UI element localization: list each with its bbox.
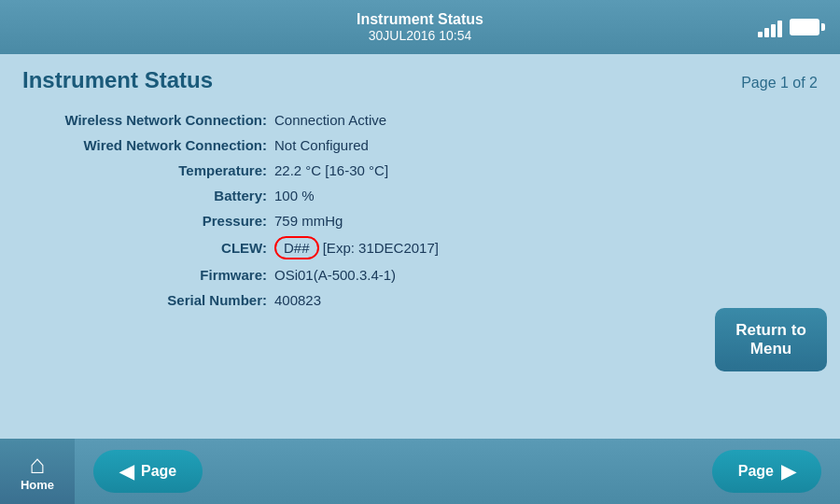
arrow-left-icon: ◀ [119,460,133,483]
header-center: Instrument Status 30JUL2016 10:54 [357,11,483,43]
signal-bar-3 [771,24,776,37]
row-label-temp: Temperature: [22,161,274,180]
home-label: Home [21,478,54,492]
page-header: Instrument Status Page 1 of 2 [22,67,818,93]
signal-bar-2 [764,28,769,37]
bottom-bar: ⌂ Home ◀ Page Page ▶ [0,439,840,504]
page-next-label: Page [738,463,774,480]
clew-highlighted-value: D## [274,236,319,259]
row-label-clew: CLEW: [22,238,274,258]
table-row: Pressure: 759 mmHg [22,211,657,231]
row-label-firmware: Firmware: [22,265,274,285]
signal-icon [758,17,782,37]
row-value-wired: Not Configured [274,135,369,155]
page-prev-button[interactable]: ◀ Page [93,450,203,493]
row-label-wired: Wired Network Connection: [22,135,274,155]
table-row: Temperature: 22.2 °C [16-30 °C] [22,161,657,180]
signal-bar-4 [777,21,782,37]
bottom-right-group: Page ▶ [712,450,840,493]
main-content: Instrument Status Page 1 of 2 Wireless N… [0,54,840,310]
clew-expiry: [Exp: 31DEC2017] [323,240,439,256]
return-to-menu-label: Return toMenu [735,321,806,359]
row-value-serial: 400823 [274,290,321,310]
home-icon: ⌂ [30,452,46,478]
header-date: 30JUL2016 10:54 [357,28,483,43]
page-prev-label: Page [141,463,176,480]
header-icons [758,17,825,37]
row-value-clew: D## [Exp: 31DEC2017] [274,236,439,259]
table-row-clew: CLEW: D## [Exp: 31DEC2017] [22,236,657,259]
return-to-menu-button[interactable]: Return toMenu [715,308,827,371]
status-table: Wireless Network Connection: Connection … [22,110,657,310]
battery-icon [790,19,825,35]
row-value-pressure: 759 mmHg [274,211,343,231]
arrow-right-icon: ▶ [781,460,795,483]
battery-body [790,19,819,35]
row-label-pressure: Pressure: [22,211,274,231]
header-title: Instrument Status [357,11,483,28]
table-row: Wired Network Connection: Not Configured [22,135,657,155]
table-row: Battery: 100 % [22,186,657,205]
home-button[interactable]: ⌂ Home [0,439,75,504]
row-label-wireless: Wireless Network Connection: [22,110,274,130]
row-value-firmware: OSi01(A-500.3.4-1) [274,265,396,285]
table-row: Firmware: OSi01(A-500.3.4-1) [22,265,657,285]
bottom-left-group: ⌂ Home ◀ Page [0,439,203,504]
page-next-button[interactable]: Page ▶ [712,450,821,493]
row-value-temp: 22.2 °C [16-30 °C] [274,161,388,180]
header: Instrument Status 30JUL2016 10:54 [0,0,840,54]
page-number: Page 1 of 2 [741,75,818,91]
row-label-serial: Serial Number: [22,290,274,310]
row-value-wireless: Connection Active [274,110,386,130]
row-value-battery: 100 % [274,186,315,205]
table-row: Serial Number: 400823 [22,290,657,310]
signal-bar-1 [758,32,763,37]
page-title: Instrument Status [22,67,213,93]
row-label-battery: Battery: [22,186,274,205]
battery-tip [821,23,825,31]
table-row: Wireless Network Connection: Connection … [22,110,657,130]
